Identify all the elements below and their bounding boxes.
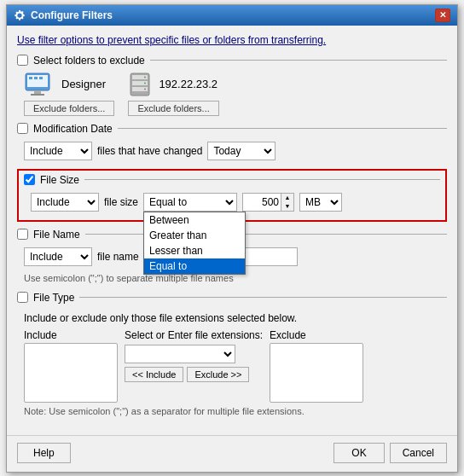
option-lesser-than[interactable]: Lesser than: [144, 243, 245, 258]
modification-date-section: Modification Date Include files that hav…: [17, 123, 447, 162]
svg-rect-5: [34, 77, 38, 79]
file-size-value[interactable]: [243, 194, 281, 211]
file-size-divider: [84, 179, 440, 180]
folder-row: Designer Exclude folders...: [17, 72, 447, 116]
file-type-middle: Select or Enter file extensions: << Incl…: [125, 329, 263, 382]
svg-rect-2: [34, 90, 41, 94]
file-type-exclude-list[interactable]: [270, 343, 363, 403]
remote-server-icon: [128, 72, 152, 97]
select-folders-section: Select folders to exclude: [17, 55, 447, 116]
section-divider: [150, 60, 447, 61]
mod-date-divider: [118, 128, 447, 129]
configure-filters-dialog: Configure Filters ✕ Use filter options t…: [6, 4, 458, 473]
file-type-extension-select[interactable]: [125, 345, 235, 363]
close-button[interactable]: ✕: [435, 9, 450, 22]
file-size-checkbox[interactable]: [24, 174, 35, 185]
file-size-dropdown-options: Between Greater than Lesser than Equal t…: [143, 212, 246, 275]
file-name-divider: [85, 234, 447, 235]
spin-down-btn[interactable]: ▼: [281, 202, 293, 211]
file-type-header: File Type: [17, 292, 447, 304]
designer-label-row: Designer: [24, 72, 106, 97]
title-bar-left: Configure Filters: [14, 9, 113, 21]
file-name-checkbox[interactable]: [17, 229, 28, 240]
file-name-include-select[interactable]: Include: [24, 247, 92, 266]
svg-rect-3: [31, 94, 44, 96]
file-type-columns: Include Select or Enter file extensions:…: [24, 329, 440, 403]
select-folders-title: Select folders to exclude: [33, 55, 145, 67]
file-size-label: file size: [104, 196, 138, 208]
cancel-button[interactable]: Cancel: [390, 443, 447, 463]
gear-icon: [14, 9, 26, 21]
help-button[interactable]: Help: [17, 443, 71, 463]
svg-rect-6: [39, 77, 43, 79]
remote-label-row: 192.22.23.2: [128, 72, 218, 97]
exclude-btn[interactable]: Exclude >>: [187, 367, 249, 382]
file-size-unit-select[interactable]: MB: [299, 193, 342, 212]
file-size-row: Include file size Equal to Between Great…: [24, 191, 440, 213]
remote-folder-item: 192.22.23.2 Exclude folders...: [128, 72, 218, 116]
description-text: Use filter options to prevent specific f…: [17, 34, 447, 46]
file-type-title: File Type: [33, 292, 74, 304]
file-size-include-select[interactable]: Include: [31, 193, 99, 212]
file-name-label: file name: [97, 251, 139, 263]
title-bar: Configure Filters ✕: [7, 5, 457, 26]
file-type-inner: Include or exclude only those file exten…: [17, 309, 447, 420]
mod-date-include-select[interactable]: Include: [24, 142, 92, 160]
file-type-btns: << Include Exclude >>: [125, 367, 263, 382]
file-type-select-label: Select or Enter file extensions:: [125, 329, 263, 341]
files-changed-label: files that have changed: [97, 145, 202, 157]
file-type-include-col: Include: [24, 329, 118, 403]
file-size-title: File Size: [40, 174, 79, 186]
file-size-operator-select[interactable]: Equal to: [143, 193, 237, 212]
svg-point-13: [144, 88, 146, 90]
modification-date-title: Modification Date: [33, 123, 113, 135]
mod-date-header: Modification Date: [17, 123, 447, 135]
designer-exclude-btn[interactable]: Exclude folders...: [24, 101, 114, 116]
option-greater-than[interactable]: Greater than: [144, 228, 245, 243]
file-size-header: File Size: [24, 174, 440, 186]
mod-date-row: Include files that have changed Today: [17, 140, 447, 162]
file-type-section: File Type Include or exclude only those …: [17, 292, 447, 420]
file-type-exclude-col: Exclude: [270, 329, 363, 403]
file-size-number-input[interactable]: ▲ ▼: [242, 193, 294, 212]
file-name-title: File Name: [33, 229, 80, 241]
file-size-spinners: ▲ ▼: [281, 194, 293, 211]
designer-folder-item: Designer Exclude folders...: [24, 72, 114, 116]
spin-up-btn[interactable]: ▲: [281, 194, 293, 202]
file-size-section: File Size Include file size Equal to Bet…: [17, 169, 447, 222]
file-size-operator-dropdown[interactable]: Equal to Between Greater than Lesser tha…: [143, 193, 237, 212]
designer-name: Designer: [61, 78, 106, 90]
ok-button[interactable]: OK: [334, 443, 384, 463]
file-type-exclude-label: Exclude: [270, 329, 363, 341]
file-type-divider: [79, 297, 447, 298]
file-type-include-label: Include: [24, 329, 118, 341]
designer-computer-icon: [24, 72, 55, 97]
select-folders-checkbox[interactable]: [17, 55, 28, 66]
file-type-desc: Include or exclude only those file exten…: [24, 312, 440, 324]
file-type-include-list[interactable]: [24, 343, 118, 403]
remote-name: 192.22.23.2: [159, 78, 218, 90]
bottom-bar: Help OK Cancel: [7, 435, 457, 472]
right-buttons: OK Cancel: [334, 443, 447, 463]
svg-point-11: [144, 76, 146, 78]
svg-rect-4: [29, 77, 32, 79]
window-title: Configure Filters: [31, 9, 113, 21]
mod-date-period-select[interactable]: Today: [207, 142, 276, 160]
select-folders-header: Select folders to exclude: [17, 55, 447, 67]
modification-date-checkbox[interactable]: [17, 123, 28, 134]
option-between[interactable]: Between: [144, 212, 245, 228]
option-equal-to[interactable]: Equal to: [144, 258, 245, 274]
include-btn[interactable]: << Include: [125, 367, 183, 382]
file-type-checkbox[interactable]: [17, 292, 28, 303]
window-body: Use filter options to prevent specific f…: [7, 26, 457, 435]
svg-point-12: [144, 82, 146, 84]
file-type-note: Note: Use semicolon (";") as a separator…: [24, 406, 440, 416]
remote-exclude-btn[interactable]: Exclude folders...: [128, 101, 218, 116]
